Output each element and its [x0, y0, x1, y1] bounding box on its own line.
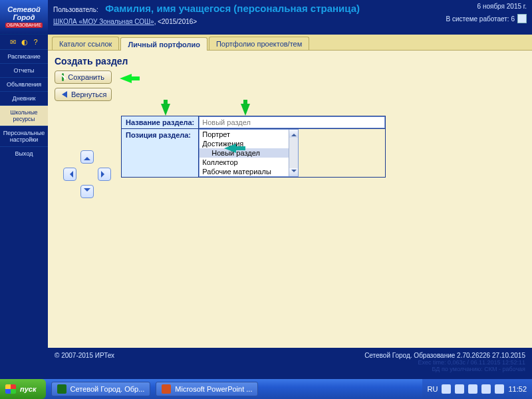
task-label-browser: Сетевой Город. Обр... — [70, 385, 145, 393]
option-work-materials[interactable]: Рабочие материалы — [200, 167, 298, 176]
task-icon-browser — [57, 384, 66, 394]
start-label: пуск — [20, 385, 37, 393]
header-date: 6 ноября 2015 г. — [446, 3, 527, 10]
tray-icon-1[interactable] — [442, 384, 451, 394]
footer-product: Сетевой Город. Образование 2.70.26226 27… — [364, 352, 525, 359]
start-button[interactable]: пуск — [0, 379, 46, 399]
online-count: В системе работает: 6 — [446, 15, 515, 23]
task-icon-powerpoint — [162, 384, 171, 394]
logo-line2: Город — [13, 14, 35, 22]
users-icon — [517, 14, 527, 23]
option-achievements[interactable]: Достижения — [200, 139, 298, 148]
taskbar-task-powerpoint[interactable]: Microsoft PowerPoint ... — [156, 382, 258, 396]
save-icon — [62, 73, 64, 81]
tab-personal-portfolio[interactable]: Личный портфолио — [120, 37, 207, 51]
tab-project-portfolio[interactable]: Портфолио проектов/тем — [209, 37, 309, 50]
move-right-button[interactable] — [98, 168, 111, 181]
school-year: <2015/2016> — [158, 18, 197, 25]
taskbar-task-browser[interactable]: Сетевой Город. Обр... — [51, 382, 151, 396]
position-field-label: Позиция раздела: — [122, 129, 199, 178]
page-title: Фамилия, имя учащегося (персональная стр… — [105, 3, 360, 14]
back-icon — [62, 91, 67, 98]
move-up-button[interactable] — [80, 150, 94, 164]
logo-band: ОБРАЗОВАНИЕ — [5, 23, 43, 27]
app-header: Пользователь: Фамилия, имя учащегося (пе… — [48, 0, 532, 35]
app-logo: Сетевой Город ОБРАЗОВАНИЕ — [0, 0, 48, 35]
section-title: Создать раздел — [55, 56, 525, 66]
sidebar-item-exit[interactable]: Выход — [0, 146, 48, 160]
tray-icon-5[interactable] — [495, 384, 504, 394]
sidebar-item-school-resources[interactable]: Школьные ресурсы — [0, 105, 48, 126]
save-button[interactable]: Сохранить — [55, 70, 112, 84]
option-collector[interactable]: Коллектор — [200, 158, 298, 167]
tab-link-catalog[interactable]: Каталог ссылок — [52, 37, 119, 50]
sidebar-item-diary[interactable]: Дневник — [0, 91, 48, 105]
section-position-select[interactable]: Портрет Достижения Новый раздел Коллекто… — [199, 129, 299, 177]
windows-flag-icon — [5, 384, 16, 394]
scroll-up-icon[interactable] — [289, 130, 298, 138]
sidebar-item-schedule[interactable]: Расписание — [0, 49, 48, 63]
tray-clock: 11:52 — [508, 385, 527, 393]
school-link[interactable]: ШКОЛА «МОУ Зональная СОШ» — [53, 18, 154, 25]
user-label: Пользователь: — [53, 6, 98, 13]
save-button-label: Сохранить — [68, 73, 104, 81]
back-button-label: Вернуться — [71, 90, 106, 98]
move-controls — [59, 150, 116, 207]
app-footer: © 2007-2015 ИРТех Сетевой Город. Образов… — [48, 348, 532, 379]
move-down-button[interactable] — [80, 185, 94, 198]
tray-icon-4[interactable] — [481, 384, 491, 394]
tabbar: Каталог ссылок Личный портфолио Портфоли… — [48, 35, 532, 51]
sidebar-toolbar: ✉ ◐ ? — [0, 35, 48, 49]
move-left-button[interactable] — [63, 168, 76, 181]
annotation-arrow-1 — [161, 104, 170, 116]
mail-icon[interactable]: ✉ — [10, 38, 16, 47]
option-new-section[interactable]: Новый раздел — [200, 148, 298, 158]
option-portrait[interactable]: Портрет — [200, 130, 298, 139]
select-scrollbar[interactable] — [289, 130, 298, 176]
footer-copyright: © 2007-2015 ИРТех — [55, 352, 114, 372]
footer-db: БД по умолчанию: СКМ - рабочая — [364, 366, 525, 372]
scroll-down-icon[interactable] — [289, 168, 298, 176]
help-icon[interactable]: ? — [33, 38, 37, 46]
sidebar-item-reports[interactable]: Отчеты — [0, 63, 48, 77]
footer-exec-time: Exec time: 0,063с / 06.11.2015 12:52:11 — [364, 359, 525, 366]
name-field-label: Название раздела: — [122, 116, 199, 129]
system-tray: RU 11:52 — [422, 379, 532, 399]
os-taskbar: пуск Сетевой Город. Обр... Microsoft Pow… — [0, 379, 532, 399]
tray-icon-2[interactable] — [455, 384, 464, 394]
sidebar-item-personal-settings[interactable]: Персональные настройки — [0, 126, 48, 146]
tray-icon-3[interactable] — [468, 384, 477, 394]
annotation-arrow-save — [120, 74, 132, 83]
tray-lang[interactable]: RU — [428, 385, 438, 393]
task-label-powerpoint: Microsoft PowerPoint ... — [175, 385, 252, 393]
back-button[interactable]: Вернуться — [55, 88, 112, 101]
sidebar-item-announcements[interactable]: Объявления — [0, 77, 48, 91]
section-name-input[interactable] — [199, 116, 385, 128]
section-form: Название раздела: Позиция раздела: Портр… — [121, 116, 386, 178]
globe-icon[interactable]: ◐ — [21, 38, 28, 47]
annotation-arrow-2 — [241, 104, 250, 116]
